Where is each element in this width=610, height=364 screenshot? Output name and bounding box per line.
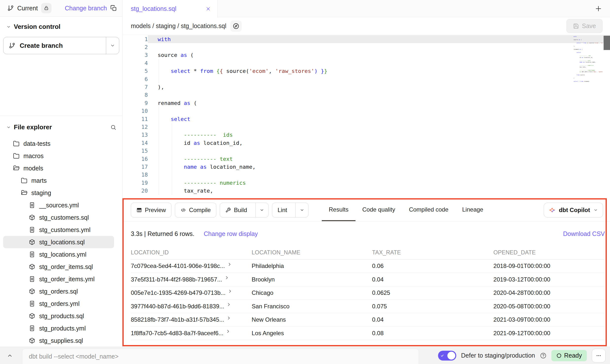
build-menu-button[interactable] bbox=[255, 203, 268, 217]
build-button[interactable]: Build bbox=[220, 203, 268, 217]
save-button[interactable]: Save bbox=[566, 19, 603, 33]
code-line-13[interactable]: 13 ---------- ids bbox=[123, 131, 610, 139]
code-line-12[interactable]: 12 bbox=[123, 123, 610, 131]
search-icon[interactable] bbox=[110, 124, 116, 130]
code-line-14[interactable]: 14 id as location_id, bbox=[123, 139, 610, 147]
code-line-20[interactable]: 20 tax_rate, bbox=[123, 187, 610, 195]
build-main[interactable]: Build bbox=[220, 203, 252, 217]
column-header-opened-date[interactable]: OPENED_DATE bbox=[493, 246, 605, 259]
line-content: name as location_name, bbox=[148, 163, 610, 171]
code-line-10[interactable]: 10 bbox=[123, 107, 610, 115]
compile-button[interactable]: Compile bbox=[175, 203, 216, 217]
code-line-19[interactable]: 19 ---------- numerics bbox=[123, 179, 610, 187]
code-line-6[interactable]: 6 bbox=[123, 75, 610, 83]
expand-row-chevron-icon[interactable] bbox=[226, 329, 230, 333]
code-line-16[interactable]: 16 ---------- text bbox=[123, 155, 610, 163]
folder-item-staging[interactable]: staging bbox=[3, 187, 114, 199]
code-line-3[interactable]: 3source as ( bbox=[123, 51, 610, 59]
lint-main[interactable]: Lint bbox=[272, 203, 293, 217]
table-row[interactable]: 1f8ffa70-7cb5-4d83-8a7f-9aceef6... Los A… bbox=[131, 327, 605, 340]
file-item-stg-orders-yml[interactable]: stg_orders.yml bbox=[3, 298, 114, 310]
model-cube-icon bbox=[29, 214, 35, 221]
tab-stg-locations-sql[interactable]: stg_locations.sql bbox=[123, 0, 218, 17]
code-line-7[interactable]: 7), bbox=[123, 83, 610, 91]
preview-button[interactable]: Preview bbox=[131, 203, 171, 217]
table-row[interactable]: 7c079cea-5ed4-4101-906e-9198c... Philade… bbox=[131, 259, 605, 273]
toggle-knob bbox=[447, 352, 455, 360]
code-line-8[interactable]: 8 bbox=[123, 91, 610, 99]
file-item-stg-locations-yml[interactable]: stg_locations.yml bbox=[3, 248, 114, 261]
scrollbar-thumb[interactable] bbox=[604, 36, 610, 50]
code-line-2[interactable]: 2 bbox=[123, 43, 610, 51]
folder-icon bbox=[13, 153, 19, 159]
change-branch-link[interactable]: Change branch bbox=[65, 5, 107, 12]
lint-menu-button[interactable] bbox=[295, 203, 308, 217]
collapse-panel-button[interactable] bbox=[7, 353, 13, 359]
file-item-stg-customers-yml[interactable]: stg_customers.yml bbox=[3, 224, 114, 236]
tab-code-quality[interactable]: Code quality bbox=[356, 199, 402, 221]
folder-item-data-tests[interactable]: data-tests bbox=[3, 137, 114, 150]
folder-item-marts[interactable]: marts bbox=[3, 174, 114, 187]
code-line-11[interactable]: 11 select bbox=[123, 115, 610, 123]
line-content: ), bbox=[148, 83, 610, 91]
expand-row-chevron-icon[interactable] bbox=[227, 316, 231, 320]
file-item-label: stg_locations.sql bbox=[39, 239, 85, 246]
expand-row-chevron-icon[interactable] bbox=[227, 302, 231, 307]
cell-tax-rate: 0.0625 bbox=[372, 286, 493, 300]
file-item-stg-locations-sql[interactable]: stg_locations.sql bbox=[3, 236, 114, 248]
file-item-stg-products-sql[interactable]: stg_products.sql bbox=[3, 310, 114, 322]
table-icon bbox=[136, 207, 142, 213]
file-item-stg-supplies-sql[interactable]: stg_supplies.sql bbox=[3, 334, 114, 347]
table-row[interactable]: 37e5f311-b7f4-4f2f-988b-719657... Brookl… bbox=[131, 273, 605, 286]
tab-results[interactable]: Results bbox=[322, 199, 355, 221]
download-csv-link[interactable]: Download CSV bbox=[563, 230, 605, 237]
folder-item-macros[interactable]: macros bbox=[3, 150, 114, 162]
code-line-17[interactable]: 17 name as location_name, bbox=[123, 163, 610, 171]
table-row[interactable]: 3977f440-b87d-461b-9dd6-81839... San Fra… bbox=[131, 300, 605, 313]
tab-compiled-code[interactable]: Compiled code bbox=[402, 199, 455, 221]
copy-icon[interactable] bbox=[110, 5, 117, 11]
version-control-header[interactable]: Version control bbox=[3, 23, 119, 31]
code-line-1[interactable]: 1with bbox=[123, 35, 610, 43]
file-explorer-header[interactable]: File explorer bbox=[3, 123, 119, 131]
code-line-18[interactable]: 18 bbox=[123, 171, 610, 179]
file-item-stg-customers-sql[interactable]: stg_customers.sql bbox=[3, 211, 114, 224]
defer-toggle[interactable] bbox=[438, 351, 456, 361]
code-line-4[interactable]: 4 bbox=[123, 59, 610, 67]
dbt-copilot-button[interactable]: dbt Copilot bbox=[544, 203, 603, 217]
column-header-location-name[interactable]: LOCATION_NAME bbox=[252, 246, 372, 259]
tab-lineage[interactable]: Lineage bbox=[455, 199, 490, 221]
close-icon[interactable] bbox=[205, 6, 211, 12]
new-tab-button[interactable] bbox=[595, 5, 602, 12]
column-header-tax-rate[interactable]: TAX_RATE bbox=[372, 246, 493, 259]
command-input[interactable]: dbt build --select <model_name> bbox=[22, 349, 419, 364]
expand-row-chevron-icon[interactable] bbox=[227, 262, 232, 266]
file-item-stg-order-items-yml[interactable]: stg_order_items.yml bbox=[3, 273, 114, 285]
create-branch-button[interactable]: Create branch bbox=[3, 37, 119, 54]
expand-row-chevron-icon[interactable] bbox=[228, 289, 232, 293]
expand-row-chevron-icon[interactable] bbox=[225, 276, 229, 280]
ready-status-badge[interactable]: Ready bbox=[551, 350, 587, 361]
code-line-15[interactable]: 15 bbox=[123, 147, 610, 155]
create-branch-menu-button[interactable] bbox=[106, 37, 119, 54]
table-row[interactable]: 858218fb-73f7-4b1b-a31f-57b345... New Or… bbox=[131, 313, 605, 327]
file-item-stg-products-yml[interactable]: stg_products.yml bbox=[3, 322, 114, 334]
create-branch-main[interactable]: Create branch bbox=[3, 37, 106, 54]
status-circle-icon bbox=[556, 353, 562, 358]
lint-button[interactable]: Lint bbox=[272, 203, 309, 217]
cell-opened-date: 2021-03-09T00:00:00 bbox=[493, 313, 605, 327]
help-icon[interactable] bbox=[540, 352, 546, 359]
more-options-button[interactable] bbox=[592, 349, 606, 363]
column-header-location-id[interactable]: LOCATION_ID bbox=[131, 246, 252, 259]
folder-item-models[interactable]: models bbox=[3, 162, 114, 174]
code-line-9[interactable]: 9renamed as ( bbox=[123, 99, 610, 107]
code-editor[interactable]: 1with23source as (45 select * from {{ so… bbox=[123, 35, 610, 199]
explore-docs-button[interactable] bbox=[230, 20, 242, 32]
minimap[interactable]: withsource as ( select * from {{ source(… bbox=[574, 36, 603, 82]
table-row[interactable]: 005e7e1c-1935-4269-b479-0713b... Chicago… bbox=[131, 286, 605, 300]
code-line-5[interactable]: 5 select * from {{ source('ecom', 'raw_s… bbox=[123, 67, 610, 75]
file-item-stg-orders-sql[interactable]: stg_orders.sql bbox=[3, 285, 114, 298]
file-item-stg-order-items-sql[interactable]: stg_order_items.sql bbox=[3, 261, 114, 273]
file-item-sources-yml[interactable]: __sources.yml bbox=[3, 199, 114, 211]
change-row-display-link[interactable]: Change row display bbox=[204, 230, 258, 237]
